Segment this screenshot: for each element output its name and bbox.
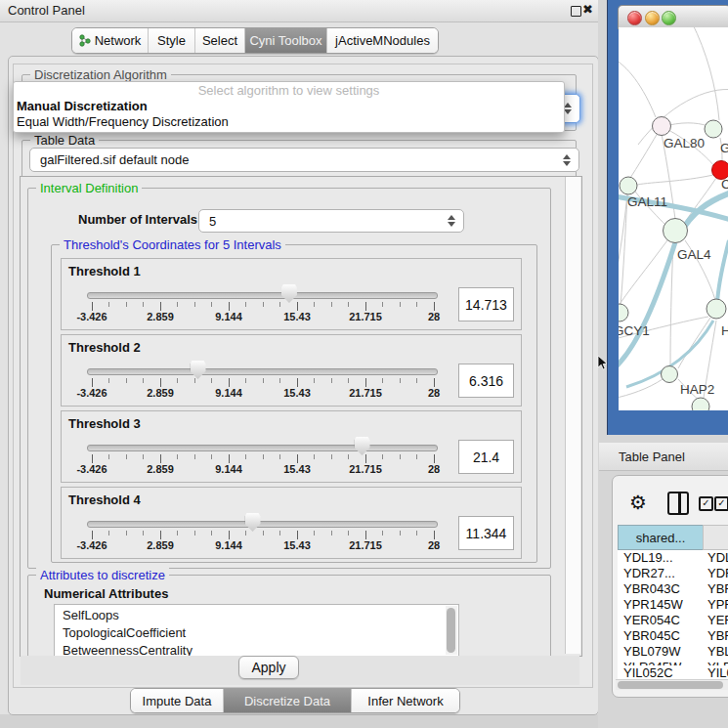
list-item[interactable]: BetweennessCentrality [63, 643, 193, 657]
tick-label: -3.426 [76, 311, 107, 322]
numerical-attributes-list[interactable]: SelfLoops TopologicalCoefficient Between… [54, 604, 459, 657]
cell-name: YIL0 [707, 665, 728, 679]
list-scrollbar[interactable] [446, 606, 457, 655]
node-hap2[interactable] [662, 366, 678, 383]
node-ga[interactable] [705, 120, 722, 138]
network-window-titlebar[interactable] [618, 5, 728, 29]
tick-label: 15.43 [283, 311, 311, 322]
slider-handle[interactable] [355, 437, 370, 455]
apply-strip [21, 656, 579, 685]
tick-label: 21.715 [349, 539, 382, 551]
slider-handle[interactable] [281, 284, 297, 303]
slider-handle[interactable] [191, 361, 206, 379]
group-title: Attributes to discretize [36, 568, 169, 582]
threshold-2-slider[interactable] [87, 368, 438, 375]
network-canvas[interactable]: GAL80 GA C GAL11 GAL4 GCY1 H HAP2 [619, 27, 728, 410]
horizontal-scrollbar[interactable] [616, 679, 728, 690]
tab-jactivemnodules[interactable]: jActiveMNodules [326, 28, 438, 53]
close-icon[interactable]: ✖ [582, 2, 593, 17]
tab-cyni-toolbox[interactable]: Cyni Toolbox [244, 28, 326, 53]
threshold-3-value-field[interactable]: 21.4 [458, 440, 514, 474]
cell-name: YDR2 [707, 566, 728, 580]
list-item[interactable]: SelfLoops [63, 608, 119, 622]
threshold-3-slider[interactable] [87, 445, 438, 451]
tab-label: Style [157, 33, 186, 48]
slider-handle[interactable] [245, 513, 261, 532]
threshold-2-panel: Threshold 2 -3.426 2.859 9.144 15.43 21.… [61, 334, 522, 407]
tick-label: 15.43 [283, 387, 311, 399]
cyni-mode-tabbar: Impute Data Discretize Data Infer Networ… [130, 688, 460, 713]
cell-shared-name: YPR145W [623, 597, 683, 612]
threshold-2-value-field[interactable]: 6.316 [458, 364, 514, 398]
column-header-shared-name[interactable]: shared... [618, 525, 704, 550]
close-window-button[interactable] [627, 11, 642, 25]
node-gal11[interactable] [620, 177, 637, 194]
table-row[interactable]: YDL19...YDL1 [618, 550, 728, 566]
dropdown-placeholder: Select algorithm to view settings [14, 83, 564, 98]
node-partial-bottom[interactable] [692, 398, 709, 410]
table-row[interactable]: YBL079WYBL0 [618, 644, 728, 660]
node-label: GAL11 [627, 194, 667, 209]
dropdown-option-equal-width-frequency[interactable]: Equal Width/Frequency Discretization [17, 114, 229, 129]
group-title: Table Data [30, 133, 99, 148]
slider-major-ticks [92, 454, 436, 463]
tab-discretize-data[interactable]: Discretize Data [223, 689, 351, 712]
threshold-label: Threshold 2 [68, 340, 141, 355]
network-nodes[interactable] [619, 117, 728, 411]
apply-button[interactable]: Apply [238, 656, 299, 679]
split-columns-icon[interactable] [667, 492, 689, 515]
tick-label: -3.426 [76, 387, 107, 399]
dropdown-option-manual-discretization[interactable]: Manual Discretization [17, 99, 148, 113]
tab-network[interactable]: Network [72, 28, 148, 53]
number-of-intervals-label: Number of Intervals [78, 212, 197, 227]
threshold-4-value-field[interactable]: 11.344 [458, 516, 514, 550]
table-row[interactable]: YBR043CYBR0 [618, 581, 728, 597]
tick-label: 28 [428, 463, 440, 475]
node-gal80[interactable] [653, 117, 671, 136]
number-of-intervals-combobox[interactable]: 5 [198, 209, 464, 233]
slider-major-ticks [92, 378, 436, 387]
panel-title: Control Panel [8, 3, 85, 18]
tick-label: 21.715 [349, 311, 382, 322]
tick-label: 15.43 [283, 463, 311, 475]
table-row-partial[interactable]: YIL052C YIL0 [618, 665, 728, 679]
checkbox-checked-icon[interactable]: ✓ [714, 496, 728, 511]
zoom-window-button[interactable] [662, 11, 676, 25]
tab-label: Cyni Toolbox [249, 33, 321, 48]
tick-label: -3.426 [76, 539, 107, 551]
node-gcy1[interactable] [619, 304, 628, 321]
cell-shared-name: YDL19... [623, 550, 673, 565]
node-label: GCY1 [619, 323, 650, 338]
cell-name: YBR0 [707, 581, 728, 596]
tab-select[interactable]: Select [194, 28, 244, 53]
table-row[interactable]: YPR145WYPR1 [618, 597, 728, 613]
algorithm-dropdown-popup: Select algorithm to view settings Manual… [13, 81, 565, 133]
tick-label: 28 [428, 539, 440, 551]
table-row[interactable]: YBR045CYBR0 [618, 628, 728, 644]
node-gal4[interactable] [664, 219, 688, 243]
list-item[interactable]: TopologicalCoefficient [63, 625, 186, 640]
node-h[interactable] [707, 299, 726, 319]
vertical-scrollbar[interactable] [565, 177, 580, 654]
scrollbar-thumb[interactable] [618, 681, 723, 689]
network-icon [79, 34, 91, 47]
table-row[interactable]: YER054CYER0 [618, 613, 728, 628]
tab-style[interactable]: Style [148, 28, 194, 53]
tab-impute-data[interactable]: Impute Data [131, 689, 223, 712]
table-data-combobox[interactable]: galFiltered.sif default node [29, 148, 579, 172]
threshold-4-slider[interactable] [87, 521, 438, 528]
threshold-1-value-field[interactable]: 14.713 [458, 287, 514, 321]
scrollbar-thumb[interactable] [447, 608, 455, 653]
float-window-icon[interactable] [571, 6, 581, 17]
settings-gear-icon[interactable]: ⚙ [629, 491, 647, 514]
column-header-name[interactable]: n... [703, 525, 728, 550]
stepper-arrows-icon [563, 154, 571, 166]
table-row[interactable]: YDR27...YDR2 [618, 566, 728, 581]
threshold-1-panel: Threshold 1 -3.426 2.859 9.144 15.43 21.… [61, 258, 522, 330]
checkbox-checked-icon[interactable]: ✓ [699, 496, 713, 511]
tab-infer-network[interactable]: Infer Network [351, 689, 459, 712]
tab-label: Discretize Data [244, 694, 330, 708]
minimize-window-button[interactable] [645, 11, 660, 25]
threshold-1-slider[interactable] [87, 292, 438, 299]
tick-label: 2.859 [147, 539, 174, 551]
